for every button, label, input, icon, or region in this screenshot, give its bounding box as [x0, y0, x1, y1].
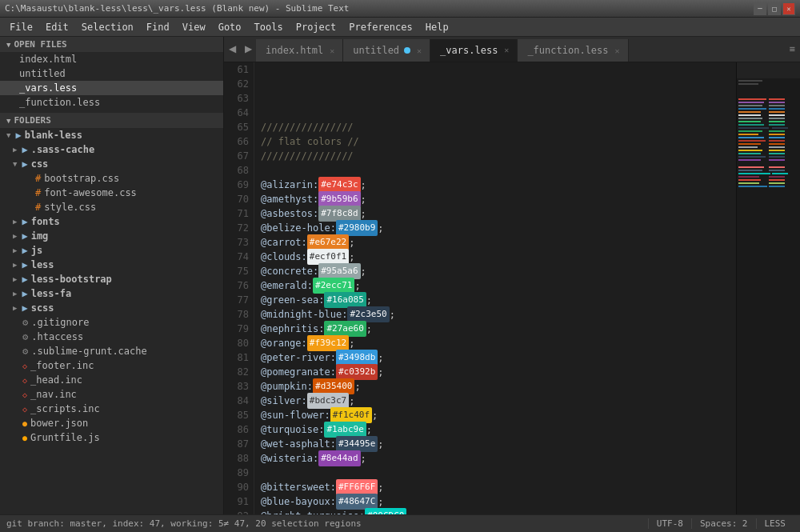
sidebar-item-function-less[interactable]: _function.less [0, 95, 223, 110]
code-line: @silver: #bdc3c7; [261, 394, 730, 408]
tab-next-button[interactable]: ▶ [240, 37, 256, 62]
css-icon: # [35, 202, 41, 213]
line-number: 91 [224, 494, 249, 509]
folder-js[interactable]: ▶ ▶ js [0, 243, 223, 258]
tab-close-button[interactable]: ✕ [504, 46, 509, 54]
folder-sass-cache[interactable]: ▶ ▶ .sass-cache [0, 142, 223, 157]
expand-arrow: ▼ [6, 131, 10, 139]
svg-rect-56 [738, 186, 767, 187]
folder-name: less-bootstrap [31, 274, 112, 285]
menu-item-preferences[interactable]: Preferences [342, 20, 418, 34]
code-line: @orange: #f39c12; [261, 336, 730, 350]
code-content[interactable]: ////////////////// flat colors /////////… [254, 62, 736, 514]
file-label: .gitignore [31, 317, 89, 328]
svg-rect-50 [738, 176, 759, 178]
folder-icon: ▶ [22, 259, 27, 270]
svg-rect-17 [769, 118, 785, 119]
sidebar-item-footer-inc[interactable]: ◇ _footer.inc [0, 358, 223, 373]
tab-close-button[interactable]: ✕ [330, 46, 334, 55]
tab-close-button[interactable]: ✕ [615, 46, 620, 55]
menu-item-goto[interactable]: Goto [212, 20, 248, 34]
code-line: @turquoise: #1abc9e; [261, 422, 730, 437]
folder-name: fonts [31, 216, 60, 227]
minimize-button[interactable]: ─ [754, 2, 766, 15]
sidebar-item-vars-less[interactable]: _vars.less [0, 81, 223, 95]
css-icon: # [35, 173, 41, 184]
minimap [736, 62, 800, 514]
title-text: C:\Masaustu\blank-less\less\_vars.less (… [5, 3, 754, 14]
sidebar-item-font-awesome-css[interactable]: # font-awesome.css [0, 186, 223, 200]
sidebar-item-style-css[interactable]: # style.css [0, 200, 223, 214]
git-status: git branch: master, index: 47, working: … [6, 518, 648, 529]
maximize-button[interactable]: □ [768, 2, 781, 15]
expand-arrow: ▼ [13, 160, 17, 168]
expand-arrow: ▶ [13, 232, 17, 240]
folder-css[interactable]: ▼ ▶ css [0, 157, 223, 171]
sidebar: ▼ OPEN FILES index.html untitled _vars.l… [0, 37, 224, 514]
comment-text: // flat colors // [261, 134, 359, 149]
file-label: font-awesome.css [44, 187, 137, 198]
inc-icon: ◇ [22, 362, 27, 370]
folder-icon: ▶ [22, 158, 27, 170]
svg-rect-16 [738, 118, 762, 119]
folder-img[interactable]: ▶ ▶ img [0, 229, 223, 243]
tab-vars-less[interactable]: _vars.less ✕ [430, 39, 518, 62]
folder-less-fa[interactable]: ▶ ▶ less-fa [0, 286, 223, 301]
menu-item-selection[interactable]: Selection [75, 20, 140, 34]
var-name: @bittersweet: [261, 480, 336, 494]
sidebar-item-head-inc[interactable]: ◇ _head.inc [0, 373, 223, 387]
sidebar-item-htaccess[interactable]: ⚙ .htaccess [0, 330, 223, 344]
minimap-svg [737, 62, 800, 514]
tab-prev-button[interactable]: ◀ [224, 37, 240, 62]
code-line: @wet-asphalt: #34495e; [261, 437, 730, 451]
menu-item-file[interactable]: File [3, 20, 39, 34]
comment-text: //////////////// [261, 120, 354, 134]
tab-untitled[interactable]: untitled ✕ [343, 39, 430, 62]
menu-item-tools[interactable]: Tools [248, 20, 290, 34]
svg-rect-55 [769, 182, 785, 184]
folder-less[interactable]: ▶ ▶ less [0, 258, 223, 272]
close-button[interactable]: ✕ [782, 2, 795, 15]
tab-function-less[interactable]: _function.less ✕ [518, 39, 628, 62]
line-number: 92 [224, 509, 249, 514]
line-numbers: 6162636465666768697071727374757677787980… [224, 62, 254, 514]
svg-rect-12 [738, 111, 761, 113]
sidebar-item-nav-inc[interactable]: ◇ _nav.inc [0, 387, 223, 402]
code-editor[interactable]: 6162636465666768697071727374757677787980… [224, 62, 800, 514]
svg-rect-40 [738, 156, 766, 158]
sidebar-item-index-html[interactable]: index.html [0, 52, 223, 66]
tab-label: index.html [266, 45, 323, 56]
menu-item-edit[interactable]: Edit [39, 20, 75, 34]
sidebar-item-scripts-inc[interactable]: ◇ _scripts.inc [0, 402, 223, 416]
color-value: #16a085 [324, 292, 366, 308]
svg-rect-19 [769, 121, 785, 122]
folder-blank-less[interactable]: ▼ ▶ blank-less [0, 128, 223, 142]
sidebar-item-bower-json[interactable]: ● bower.json [0, 416, 223, 430]
file-label: _nav.inc [30, 389, 77, 400]
var-name: @pomegranate: [261, 365, 336, 379]
grunt-icon: ● [22, 434, 27, 442]
line-number: 82 [224, 365, 249, 379]
folder-icon: ▶ [22, 144, 27, 155]
menu-item-project[interactable]: Project [290, 20, 343, 34]
svg-rect-1 [737, 62, 800, 78]
sidebar-item-bootstrap-css[interactable]: # bootstrap.css [0, 171, 223, 186]
svg-rect-53 [769, 179, 785, 181]
menu-item-find[interactable]: Find [140, 20, 176, 34]
folder-less-bootstrap[interactable]: ▶ ▶ less-bootstrap [0, 272, 223, 286]
menu-item-view[interactable]: View [176, 20, 212, 34]
folder-fonts[interactable]: ▶ ▶ fonts [0, 214, 223, 229]
file-label: bower.json [30, 418, 88, 429]
sidebar-item-untitled[interactable]: untitled [0, 66, 223, 81]
sidebar-item-gitignore[interactable]: ⚙ .gitignore [0, 315, 223, 330]
folder-scss[interactable]: ▶ ▶ scss [0, 301, 223, 315]
menu-item-help[interactable]: Help [419, 20, 455, 34]
sidebar-item-gruntfile[interactable]: ● Gruntfile.js [0, 430, 223, 445]
tab-overflow-button[interactable]: ≡ [784, 37, 800, 62]
tab-index-html[interactable]: index.html ✕ [256, 39, 343, 62]
sidebar-item-sublime-grunt[interactable]: ⚙ .sublime-grunt.cache [0, 344, 223, 358]
color-value: #d35400 [313, 378, 354, 394]
tab-close-button[interactable]: ✕ [417, 46, 422, 55]
svg-rect-34 [738, 146, 758, 148]
folder-name: scss [31, 302, 54, 314]
